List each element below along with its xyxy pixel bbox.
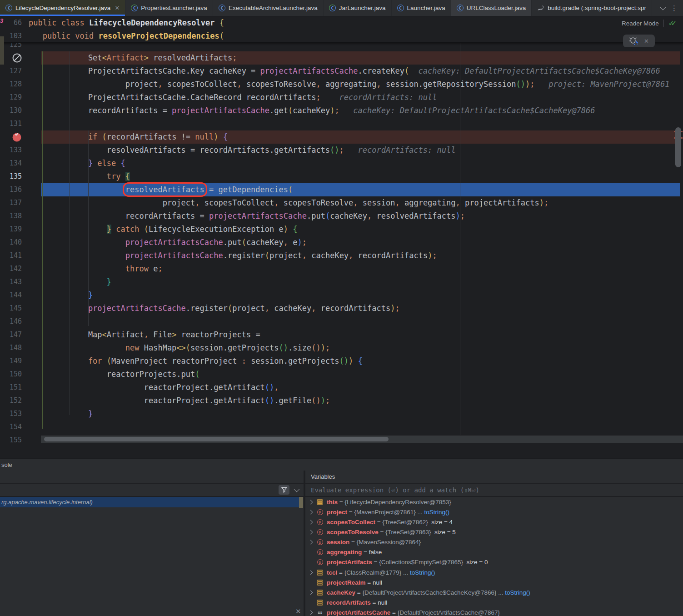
line-number: 136 (0, 183, 22, 196)
tab-build-gradle-spring-boot-project-spr[interactable]: build.gradle (:spring-boot-project:spr (532, 0, 652, 16)
tab-launcher-java[interactable]: CLauncher.java (392, 0, 451, 16)
tostring-link[interactable]: toString() (410, 569, 435, 576)
equals-sign: = (375, 519, 382, 526)
variable-row-aggregating[interactable]: paggregating = false (305, 547, 683, 557)
sticky-line-66[interactable]: 66public class LifecycleDependencyResolv… (0, 16, 683, 30)
expand-chevron-icon[interactable] (305, 521, 315, 524)
variable-row-recordartifacts[interactable]: recordArtifacts = null (305, 597, 683, 607)
parameter-icon: p (317, 559, 323, 565)
code-line-151[interactable]: 151 reactorProject.getArtifact(), (0, 381, 683, 394)
code-line-150[interactable]: 150 reactorProjects.put( (0, 368, 683, 381)
variable-row-project[interactable]: pproject = {MavenProject@7861} ... toStr… (305, 507, 683, 517)
breakpoint-icon[interactable] (12, 132, 22, 142)
variable-value: {DefaultProjectArtifactsCache$CacheKey@7… (362, 589, 496, 596)
code-line-148[interactable]: 148 new HashMap<>(session.getProjects().… (0, 341, 683, 355)
code-line-132[interactable]: if (recordArtifacts != null) { (0, 130, 683, 144)
variable-row-scopestocollect[interactable]: pscopesToCollect = {TreeSet@7862} size =… (305, 517, 683, 527)
code-line-126[interactable]: Set<Artifact> resolvedArtifacts; (0, 51, 683, 65)
line-number: 142 (0, 262, 22, 275)
expand-chevron-icon[interactable] (305, 541, 315, 544)
variable-name: scopesToResolve (327, 529, 379, 536)
code-line-139[interactable]: 139 } catch (LifecycleExecutionException… (0, 223, 683, 236)
rerun-debug-icon[interactable] (629, 37, 638, 45)
code-line-153[interactable]: 153 } (0, 407, 683, 421)
close-icon[interactable]: ✕ (644, 38, 649, 45)
close-icon[interactable]: ✕ (295, 607, 301, 616)
sticky-line-103[interactable]: 103 public void resolveProjectDependenci… (0, 30, 683, 43)
breakpoint-muted-icon[interactable] (12, 53, 22, 63)
variable-row-tccl[interactable]: tccl = {ClassRealm@1779} ... toString() (305, 567, 683, 577)
expand-chevron-icon[interactable] (305, 591, 315, 594)
line-number: 149 (0, 355, 22, 368)
console-tab-partial[interactable]: sole (1, 461, 12, 468)
code-line-133[interactable]: 133 resolvedArtifacts = recordArtifacts.… (0, 144, 683, 157)
variable-row-this[interactable]: this = {LifecycleDependencyResolver@7853… (305, 497, 683, 507)
code-line-141[interactable]: 141 projectArtifactsCache.register(proje… (0, 249, 683, 262)
code-editor[interactable]: 125 Set<Artifact> resolvedArtifacts;127 … (0, 16, 683, 445)
tab-lifecycledependencyresolver-java[interactable]: CLifecycleDependencyResolver.java✕ (0, 0, 125, 16)
horizontal-scrollbar[interactable] (41, 436, 683, 443)
variable-row-scopestoresolve[interactable]: pscopesToResolve = {TreeSet@7863} size =… (305, 527, 683, 537)
code-line-152[interactable]: 152 reactorProject.getArtifact().getFile… (0, 394, 683, 407)
code-line-130[interactable]: 130 recordArtifacts = projectArtifactsCa… (0, 104, 683, 117)
equals-sign: = (362, 549, 369, 556)
line-number: 130 (0, 104, 22, 117)
vertical-scrollbar-thumb[interactable] (675, 127, 681, 167)
kebab-menu-icon[interactable]: ⋮ (671, 4, 678, 12)
code-text: if (recordArtifacts != null) { (51, 130, 228, 144)
expand-chevron-icon[interactable] (305, 501, 315, 504)
tab-close-icon[interactable]: ✕ (115, 5, 120, 11)
code-line-149[interactable]: 149 for (MavenProject reactorProject : s… (0, 355, 683, 368)
expand-chevron-icon[interactable] (305, 511, 315, 514)
expand-chevron-icon[interactable] (305, 531, 315, 534)
selected-stack-frame[interactable]: rg.apache.maven.lifecycle.internal) (0, 497, 300, 507)
code-text: try { (51, 170, 130, 183)
code-text: Map<Artifact, File> reactorProjects = (51, 328, 260, 341)
tab-urlclassloader-java[interactable]: CURLClassLoader.java (451, 0, 532, 16)
code-line-128[interactable]: 128 project, scopesToCollect, scopesToRe… (0, 78, 683, 91)
code-line-136[interactable]: 136 resolvedArtifacts = getDependencies( (0, 183, 683, 196)
horizontal-scrollbar-thumb[interactable] (44, 437, 389, 441)
frames-scrollbar-thumb[interactable] (299, 497, 303, 508)
tab-executablearchivelauncher-java[interactable]: CExecutableArchiveLauncher.java (213, 0, 324, 16)
line-number: 154 (0, 421, 22, 434)
tostring-link[interactable]: toString() (505, 589, 530, 596)
code-line-129[interactable]: 129 ProjectArtifactsCache.CacheRecord re… (0, 91, 683, 104)
code-line-145[interactable]: 145 projectArtifactsCache.register(proje… (0, 302, 683, 315)
variable-value: {DefaultProjectArtifactsCache@7867} (398, 609, 500, 616)
filter-button[interactable] (279, 485, 289, 495)
tab-propertieslauncher-java[interactable]: CPropertiesLauncher.java (125, 0, 213, 16)
code-line-138[interactable]: 138 recordArtifacts = projectArtifactsCa… (0, 210, 683, 223)
code-line-137[interactable]: 137 project, scopesToCollect, scopesToRe… (0, 196, 683, 210)
code-line-144[interactable]: 144 } (0, 289, 683, 302)
variable-row-projectartifacts[interactable]: pprojectArtifacts = {Collections$EmptySe… (305, 557, 683, 567)
code-line-135[interactable]: 135 try { (0, 170, 683, 183)
variable-value: false (369, 549, 382, 556)
code-line-154[interactable]: 154 (0, 421, 683, 434)
variable-name: scopesToCollect (327, 519, 375, 526)
chevron-down-icon[interactable] (294, 486, 300, 492)
chevron-down-icon[interactable] (660, 5, 666, 10)
code-text: } (51, 289, 93, 302)
variable-row-projectartifactscache[interactable]: ∞projectArtifactsCache = {DefaultProject… (305, 608, 683, 616)
evaluate-expression-input[interactable]: Evaluate expression (⏎) or add a watch (… (305, 484, 683, 497)
code-line-147[interactable]: 147 Map<Artifact, File> reactorProjects … (0, 328, 683, 341)
code-line-134[interactable]: 134 } else { (0, 157, 683, 170)
code-line-140[interactable]: 140 projectArtifactsCache.put(cacheKey, … (0, 236, 683, 249)
double-check-icon[interactable]: ✓✓ (668, 19, 677, 27)
expand-chevron-icon[interactable] (305, 571, 315, 574)
tostring-link[interactable]: toString() (424, 509, 449, 516)
tab-jarlauncher-java[interactable]: CJarLauncher.java (324, 0, 392, 16)
code-line-127[interactable]: 127 ProjectArtifactsCache.Key cacheKey =… (0, 65, 683, 78)
line-number: 141 (0, 249, 22, 262)
variable-row-session[interactable]: psession = {MavenSession@7864} (305, 537, 683, 547)
code-line-131[interactable]: 131 (0, 117, 683, 130)
reader-mode-toggle[interactable]: Reader Mode ✓✓ (622, 19, 677, 27)
code-line-142[interactable]: 142 throw e; (0, 262, 683, 275)
code-line-143[interactable]: 143 } (0, 275, 683, 289)
variable-row-projectrealm[interactable]: projectRealm = null (305, 577, 683, 587)
variable-row-cachekey[interactable]: cacheKey = {DefaultProjectArtifactsCache… (305, 587, 683, 597)
code-line-146[interactable]: 146 (0, 315, 683, 328)
expand-chevron-icon[interactable] (305, 611, 315, 614)
line-number: 139 (0, 223, 22, 236)
